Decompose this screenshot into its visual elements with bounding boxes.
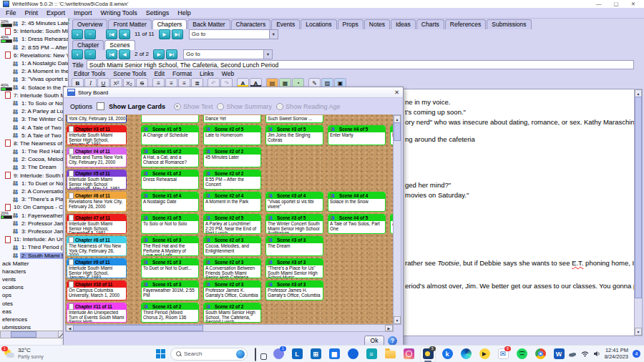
sidebar-item-vents[interactable]: vents [0, 275, 68, 283]
scene-card[interactable]: Scene #2 of 5Late to Homeroom [203, 125, 261, 145]
search-box[interactable]: Search [170, 348, 248, 361]
scene-card[interactable]: Scene #2 of 3Cocoa, Melodies, and Enligh… [203, 236, 261, 256]
editor-menu-format[interactable]: Format [172, 70, 192, 77]
tab-ideas[interactable]: Ideas [391, 19, 416, 29]
sidebar-item-2-a-parley-at-lunchtime[interactable]: 2: A Parley at Lunchtime [0, 107, 68, 115]
menu-item-file[interactable]: File [2, 9, 20, 16]
radio-show-summary[interactable] [217, 103, 224, 110]
mail-icon[interactable]: ✉9 [496, 347, 510, 361]
sidebar-item-6-revelations-new-york-cit[interactable]: 6: Revelations: New York Cit [0, 52, 68, 59]
circle-app-icon[interactable] [346, 347, 360, 361]
sidebar-item-3-the-winter-concert-s[interactable]: 3: The Winter Concert S [0, 115, 68, 123]
menu-item-import[interactable]: Import [70, 9, 96, 16]
store-icon[interactable]: ⊞ [308, 347, 323, 361]
sidebar-item-3-the-dream[interactable]: 3: The Dream [0, 163, 68, 171]
chapter-card[interactable]: Chapter #7 of 11Interlude South Miami Se… [67, 214, 127, 234]
editor-menu-links[interactable]: Links [200, 70, 214, 77]
last-button[interactable]: ▶| [172, 29, 183, 39]
chapter-card[interactable]: Chapter #3 of 11Interlude South Miami Se… [67, 125, 127, 145]
tab-back-matter[interactable]: Back Matter [187, 19, 230, 29]
scroll-down-icon[interactable]: ▼ [635, 328, 642, 336]
scene-card[interactable]: Scene #4 of 5A Tale of Two Solos, Part O… [328, 214, 386, 234]
chapter-card[interactable]: Chapter #10 of 11On Campus Columbia Univ… [67, 280, 127, 300]
scroll-down-icon[interactable]: ▼ [394, 316, 401, 324]
sidebar-item-1-a-nostalgic-date[interactable]: 1: A Nostalgic Date [0, 59, 68, 67]
wifi-icon[interactable] [581, 351, 589, 357]
sidebar-item-2-south-miami-senior-h[interactable]: 2: South Miami Senior H [0, 251, 68, 259]
maximize-icon[interactable]: ▢ [614, 1, 619, 7]
sidebar-item-10-on-campus-columbia[interactable]: 10: On Campus - Columbia [0, 203, 68, 211]
scene-card[interactable]: Scene #2 of 3Professor James K. Garraty'… [203, 280, 261, 300]
sidebar-horizontal-scrollbar[interactable] [0, 331, 60, 338]
sidebar-item-4-solace-in-the-sno[interactable]: 40%4: Solace in the Sno [0, 84, 68, 92]
subtab-chapter[interactable]: Chapter [72, 40, 104, 50]
tab-props[interactable]: Props [338, 19, 364, 29]
editor-menu-scene-tools[interactable]: Scene Tools [113, 70, 146, 77]
weather-app-icon[interactable]: 5 [420, 346, 436, 362]
sidebar-item-ops[interactable]: ops [0, 291, 68, 299]
scene-card[interactable]: Scene #1 of 3To Duet or Not to Duet... [141, 258, 199, 278]
scene-card[interactable]: Scene #4 of 4Solace in the Snow [328, 192, 386, 212]
scene-card[interactable]: Scene #3 of 4"Vivas oportet si vis tibi … [265, 192, 323, 212]
sidebar-item-5-a-tale-of-two-solos[interactable]: 5: A Tale of Two Solos, [0, 132, 68, 140]
sidebar-item-3-there-s-a-place-for-u[interactable]: 3: "There's a Place for U [0, 195, 68, 203]
scene-card[interactable]: Scene #3 of 5Jim Joins the Singing Cobra… [265, 125, 323, 145]
sidebar-item-2-professor-james-k-g[interactable]: 2: Professor James K. G [0, 220, 68, 228]
scene-card-clipped[interactable]: Such Sweet Sorrow ... [265, 115, 323, 123]
scene-card[interactable]: Scene #2 of 245 Minutes Later [203, 147, 261, 167]
scene-title-input[interactable]: South Miami Senior High School, The Cafe… [87, 60, 634, 69]
sidebar-item-eas[interactable]: eas [0, 308, 68, 315]
spotify-icon[interactable] [514, 347, 529, 361]
tab-chapters[interactable]: Chapters [152, 19, 187, 29]
sidebar-item-8-the-nearness-of-you-ne[interactable]: 8: The Nearness of You: Ne [0, 140, 68, 147]
tiles-app-icon[interactable]: ▦ [327, 347, 341, 361]
sidebar-item-1-fayerweather-30[interactable]: 20%1: Fayerweather 30' [0, 212, 68, 220]
previous-button[interactable]: ◀ [119, 29, 130, 39]
chevron-up-icon[interactable]: ^ [561, 351, 564, 357]
scene-card[interactable]: Scene #1 of 4A Nostalgic Date [141, 192, 199, 212]
tab-events[interactable]: Events [271, 19, 300, 29]
tab-charts[interactable]: Charts [416, 19, 444, 29]
sidebar-item-haracters[interactable]: haracters [0, 268, 68, 275]
radio-show-reading-age[interactable] [276, 103, 283, 110]
notification-badge[interactable]: 4 [633, 350, 640, 358]
tab-front-matter[interactable]: Front Matter [108, 19, 151, 29]
last-button[interactable]: ▶| [166, 49, 177, 59]
scene-card[interactable]: Scene #1 of 5To Solo or Not to Solo [141, 214, 199, 234]
chapter-card[interactable]: Chapter #11 of 11Interlude An Unexpected… [67, 303, 127, 323]
scene-card[interactable]: Scene #2 of 2South Miami Senior High Sch… [203, 303, 261, 323]
sidebar-item-2-cocoa-melodies-and[interactable]: 2: Cocoa, Melodies, and [0, 155, 68, 163]
help-button[interactable]: ? [388, 336, 397, 346]
sidebar-item-3-professor-james-k-g[interactable]: 3: Professor James K. G [0, 228, 68, 235]
sidebar-item-5-interlude-south-miam[interactable]: 5: Interlude: South Miam [0, 27, 68, 35]
radio-show-text[interactable] [174, 103, 181, 110]
start-button[interactable] [156, 349, 165, 358]
scene-card[interactable]: Scene #2 of 3A Conversation Between Frie… [203, 258, 261, 278]
sidebar-item-11-interlude-an-unexpecte[interactable]: 11: Interlude: An Unexpecte [0, 235, 68, 243]
notes-app-icon[interactable]: ≡ [364, 347, 379, 361]
goto-dropdown[interactable]: Go to▼ [189, 29, 278, 39]
bird-app-icon[interactable] [477, 347, 492, 361]
editor-vertical-scrollbar[interactable]: ▲ ▼ [634, 89, 643, 336]
scene-card[interactable]: Scene #1 of 2A Hat, a Cat, and a Chance … [141, 147, 199, 167]
menu-item-settings[interactable]: Settings [142, 9, 173, 16]
tab-submissions[interactable]: Submissions [487, 19, 531, 29]
tab-overview[interactable]: Overview [72, 19, 107, 29]
close-icon[interactable]: ✕ [631, 1, 635, 7]
sidebar-item-1-to-solo-or-not-to-solo[interactable]: 1: To Solo or Not to Solo [0, 99, 68, 107]
tab-references[interactable]: References [445, 19, 486, 29]
sidebar-item-2-45-minutes-later[interactable]: 10%2: 45 Minutes Later [0, 19, 68, 27]
sidebar-item-7-interlude-south-miami-se[interactable]: 7: Interlude South Miami Se [0, 92, 68, 99]
add-button[interactable]: + [72, 29, 83, 39]
scene-card[interactable]: Scene #1 of 2Dress Rehearsal [141, 170, 199, 190]
tab-characters[interactable]: Characters [231, 19, 271, 29]
scroll-right-icon[interactable]: ▶ [385, 325, 393, 331]
menu-item-export[interactable]: Export [43, 9, 69, 16]
dialog-close-icon[interactable]: ✕ [394, 89, 399, 96]
clock[interactable]: 12:41 PM 8/24/2023 [605, 348, 628, 360]
minimize-icon[interactable]: — [596, 1, 602, 7]
tab-locations[interactable]: Locations [301, 19, 336, 29]
file-explorer-icon[interactable] [383, 347, 397, 361]
chevron-down-icon[interactable]: ▼ [263, 50, 272, 59]
scene-card[interactable]: Scene #1 of 3The Red Hat and the Perfume… [141, 236, 199, 256]
